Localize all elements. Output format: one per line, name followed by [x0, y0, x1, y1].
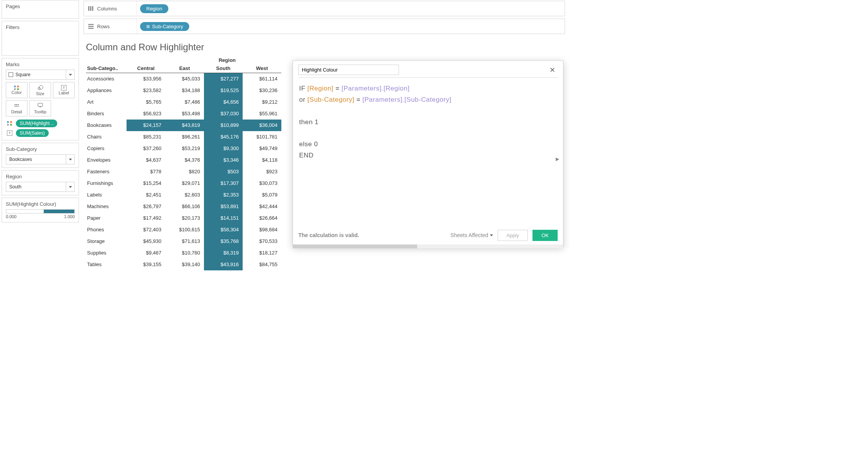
cell[interactable]: $39,155: [127, 259, 165, 270]
cell[interactable]: $26,797: [127, 201, 165, 212]
viz-title[interactable]: Column and Row Highlighter: [86, 42, 563, 53]
cell[interactable]: $2,353: [204, 189, 243, 201]
cell[interactable]: $18,127: [243, 247, 281, 259]
cell[interactable]: $45,930: [127, 236, 165, 247]
cell[interactable]: $9,212: [243, 96, 281, 108]
close-icon[interactable]: ✕: [547, 65, 558, 75]
cell[interactable]: $45,176: [204, 131, 243, 143]
cell[interactable]: $10,899: [204, 120, 243, 131]
calculation-editor-body[interactable]: IF [Region] = [Parameters].[Region] or […: [298, 77, 558, 224]
cell[interactable]: $45,033: [165, 73, 204, 85]
cell[interactable]: $778: [127, 166, 165, 178]
cell[interactable]: $72,403: [127, 224, 165, 236]
marks-tooltip-button[interactable]: Tooltip: [29, 100, 51, 116]
cell[interactable]: $4,656: [204, 96, 243, 108]
ok-button[interactable]: OK: [532, 230, 558, 241]
cell[interactable]: $49,749: [243, 143, 281, 154]
cell[interactable]: $71,613: [165, 236, 204, 247]
cell[interactable]: $37,260: [127, 143, 165, 154]
cell[interactable]: $55,961: [243, 108, 281, 120]
cell[interactable]: $820: [165, 166, 204, 178]
cell[interactable]: $43,916: [204, 259, 243, 270]
cell[interactable]: $34,188: [165, 85, 204, 96]
marks-size-button[interactable]: Size: [29, 82, 51, 98]
cell[interactable]: $5,079: [243, 189, 281, 201]
filters-shelf[interactable]: Filters: [2, 21, 79, 56]
cell[interactable]: $923: [243, 166, 281, 178]
marks-detail-button[interactable]: Detail: [6, 100, 27, 116]
cell[interactable]: $4,637: [127, 154, 165, 166]
row-label: Paper: [86, 212, 127, 224]
cell[interactable]: $17,492: [127, 212, 165, 224]
cell[interactable]: $70,533: [243, 236, 281, 247]
cell[interactable]: $96,261: [165, 131, 204, 143]
columns-pill-region[interactable]: Region: [140, 4, 168, 13]
marks-type-dropdown[interactable]: [66, 70, 74, 79]
cell[interactable]: $29,071: [165, 178, 204, 189]
cell[interactable]: $27,277: [204, 73, 243, 85]
cell[interactable]: $17,307: [204, 178, 243, 189]
marks-label-button[interactable]: T Label: [53, 82, 75, 98]
cell[interactable]: $4,118: [243, 154, 281, 166]
svg-rect-6: [38, 103, 43, 106]
cell[interactable]: $20,173: [165, 212, 204, 224]
cell[interactable]: $37,030: [204, 108, 243, 120]
calc-scrollbar[interactable]: [293, 244, 563, 248]
marks-type-select[interactable]: Square: [6, 70, 75, 80]
cell[interactable]: $66,106: [165, 201, 204, 212]
cell[interactable]: $101,781: [243, 131, 281, 143]
region-select[interactable]: South: [6, 182, 75, 192]
cell[interactable]: $9,300: [204, 143, 243, 154]
cell[interactable]: $33,956: [127, 73, 165, 85]
cell[interactable]: $84,755: [243, 259, 281, 270]
cell[interactable]: $7,486: [165, 96, 204, 108]
color-legend-gradient[interactable]: [6, 209, 75, 214]
cell[interactable]: $26,664: [243, 212, 281, 224]
cell[interactable]: $98,684: [243, 224, 281, 236]
cell[interactable]: $3,346: [204, 154, 243, 166]
cell[interactable]: $58,304: [204, 224, 243, 236]
cell[interactable]: $42,444: [243, 201, 281, 212]
region-dropdown-icon[interactable]: [66, 182, 74, 191]
cell[interactable]: $36,004: [243, 120, 281, 131]
cell[interactable]: $10,760: [165, 247, 204, 259]
marks-color-pill[interactable]: SUM(Highlight ..: [16, 120, 57, 127]
sheets-affected-dropdown[interactable]: Sheets Affected: [450, 232, 493, 238]
cell[interactable]: $2,451: [127, 189, 165, 201]
cell[interactable]: $35,768: [204, 236, 243, 247]
subcategory-dropdown-icon[interactable]: [66, 155, 74, 164]
cell[interactable]: $5,765: [127, 96, 165, 108]
cell[interactable]: $61,114: [243, 73, 281, 85]
cell[interactable]: $19,525: [204, 85, 243, 96]
cell[interactable]: $503: [204, 166, 243, 178]
rows-shelf[interactable]: Rows ⊞ Sub-Category: [84, 19, 565, 34]
cell[interactable]: $85,231: [127, 131, 165, 143]
cell[interactable]: $4,376: [165, 154, 204, 166]
cell[interactable]: $53,498: [165, 108, 204, 120]
cell[interactable]: $39,140: [165, 259, 204, 270]
marks-label-pill[interactable]: SUM(Sales): [16, 129, 49, 137]
columns-shelf[interactable]: Columns Region: [84, 1, 565, 16]
cell[interactable]: $23,582: [127, 85, 165, 96]
cell[interactable]: $14,151: [204, 212, 243, 224]
marks-color-button[interactable]: Color: [6, 82, 27, 98]
apply-button[interactable]: Apply: [498, 230, 528, 241]
cell[interactable]: $9,467: [127, 247, 165, 259]
cell[interactable]: $30,236: [243, 85, 281, 96]
cell[interactable]: $53,219: [165, 143, 204, 154]
expand-caret-icon[interactable]: ▶: [556, 155, 560, 163]
cell[interactable]: $15,254: [127, 178, 165, 189]
cell[interactable]: $100,615: [165, 224, 204, 236]
calculation-name-input[interactable]: [298, 65, 399, 75]
cell[interactable]: $53,891: [204, 201, 243, 212]
cell[interactable]: $24,157: [127, 120, 165, 131]
pages-shelf[interactable]: Pages: [2, 0, 79, 19]
rows-pill-subcategory[interactable]: ⊞ Sub-Category: [140, 22, 189, 31]
cell[interactable]: $30,073: [243, 178, 281, 189]
calculation-editor-dialog[interactable]: ✕ IF [Region] = [Parameters].[Region] or…: [293, 60, 563, 247]
cell[interactable]: $2,603: [165, 189, 204, 201]
cell[interactable]: $43,819: [165, 120, 204, 131]
subcategory-select[interactable]: Bookcases: [6, 154, 75, 164]
cell[interactable]: $56,923: [127, 108, 165, 120]
cell[interactable]: $8,319: [204, 247, 243, 259]
